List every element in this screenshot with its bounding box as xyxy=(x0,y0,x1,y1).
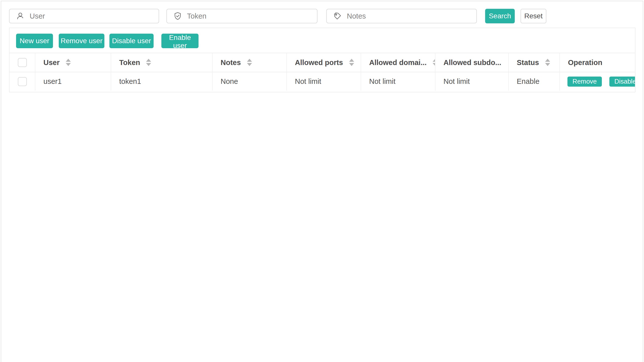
sort-carets-icon xyxy=(66,59,71,66)
cell-user: user1 xyxy=(35,72,111,91)
sort-carets-icon xyxy=(146,59,151,66)
tag-icon xyxy=(333,12,342,20)
column-label: User xyxy=(43,58,60,67)
column-header-operation: Operation xyxy=(560,53,635,72)
sort-carets-icon xyxy=(433,59,435,66)
column-label: Allowed domai... xyxy=(369,58,427,67)
toolbar: New user Remove user Disable user Enable… xyxy=(10,28,635,53)
column-header-allowed-subdomains[interactable]: Allowed subdo... xyxy=(435,53,508,72)
cell-operation: Remove Disable xyxy=(560,72,635,91)
row-remove-button[interactable]: Remove xyxy=(567,77,602,87)
notes-search-input[interactable] xyxy=(347,12,470,20)
table-header-row: User Token Notes Allowed ports xyxy=(10,53,635,72)
row-select-cell xyxy=(10,72,35,91)
reset-button[interactable]: Reset xyxy=(521,9,546,23)
cell-notes: None xyxy=(212,72,287,91)
column-label: Allowed subdo... xyxy=(443,58,501,67)
user-search-field[interactable] xyxy=(9,9,159,23)
cell-status: Enable xyxy=(508,72,560,91)
token-search-field[interactable] xyxy=(166,9,317,23)
column-header-allowed-ports[interactable]: Allowed ports xyxy=(287,53,361,72)
cell-allowed-domains: Not limit xyxy=(361,72,435,91)
table-row: user1 token1 None Not limit Not limit No… xyxy=(10,72,635,91)
search-button[interactable]: Search xyxy=(485,9,515,23)
select-all-checkbox[interactable] xyxy=(18,58,27,67)
sort-carets-icon xyxy=(545,59,550,66)
page-container: Search Reset New user Remove user Disabl… xyxy=(1,1,643,362)
column-label: Status xyxy=(517,58,539,67)
column-label: Token xyxy=(119,58,140,67)
column-label: Notes xyxy=(221,58,241,67)
notes-search-field[interactable] xyxy=(326,9,477,23)
column-label: Allowed ports xyxy=(295,58,343,67)
remove-user-button[interactable]: Remove user xyxy=(59,34,104,48)
enable-user-button[interactable]: Enable user xyxy=(161,34,199,48)
user-icon xyxy=(16,12,25,20)
cell-allowed-subdomains: Not limit xyxy=(435,72,508,91)
disable-user-button[interactable]: Disable user xyxy=(109,34,154,48)
users-panel: New user Remove user Disable user Enable… xyxy=(9,28,635,92)
column-header-token[interactable]: Token xyxy=(111,53,212,72)
sort-carets-icon xyxy=(247,59,252,66)
users-table: User Token Notes Allowed ports xyxy=(10,53,635,91)
row-checkbox[interactable] xyxy=(18,77,27,86)
header-select-all-cell xyxy=(10,53,35,72)
column-header-status[interactable]: Status xyxy=(508,53,560,72)
shield-check-icon xyxy=(173,12,182,20)
row-disable-button[interactable]: Disable xyxy=(609,77,635,87)
new-user-button[interactable]: New user xyxy=(16,34,53,48)
column-header-allowed-domains[interactable]: Allowed domai... xyxy=(361,53,435,72)
column-label: Operation xyxy=(568,58,602,67)
sort-carets-icon xyxy=(349,59,354,66)
column-header-user[interactable]: User xyxy=(35,53,111,72)
cell-allowed-ports: Not limit xyxy=(287,72,361,91)
cell-token: token1 xyxy=(111,72,212,91)
column-header-notes[interactable]: Notes xyxy=(212,53,287,72)
user-search-input[interactable] xyxy=(30,12,152,20)
token-search-input[interactable] xyxy=(187,12,310,20)
